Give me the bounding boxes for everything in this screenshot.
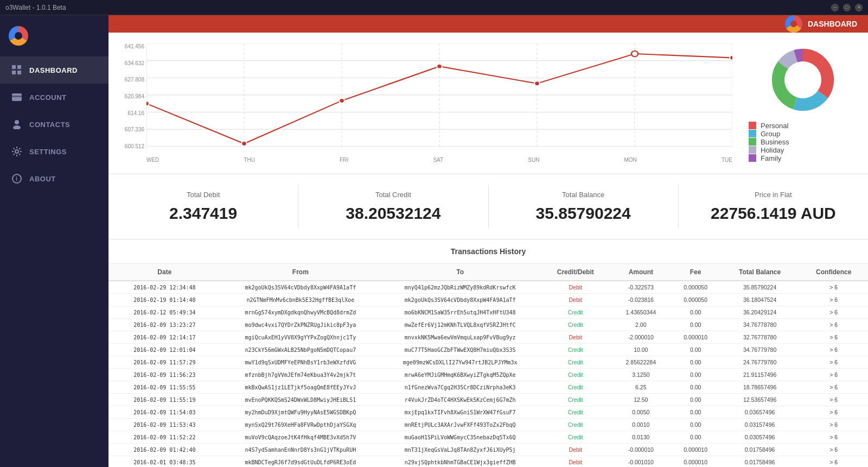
cell-amount: 0.0130 <box>611 431 671 444</box>
cell-from: mynSxQ29t769XeHFa8FVRwDpthDjaYSGXq <box>221 419 380 431</box>
top-logo-inner <box>790 21 797 27</box>
cell-to: mnREtjPULc3AXArJvwFXFf493ToZx2FbqQ <box>380 419 540 431</box>
cell-confidence: > 6 <box>799 431 868 444</box>
table-row[interactable]: 2016-02-09 11:53:43 mynSxQ29t769XeHFa8FV… <box>108 419 868 431</box>
svg-rect-0 <box>12 65 16 69</box>
legend-label-group: Group <box>761 130 780 138</box>
cell-to: mge09mzWCsDXLlI27Yw947rtJB2LPJYMm3x <box>380 356 540 369</box>
cell-type: Credit <box>540 369 611 381</box>
cell-fee: 0.00 <box>671 394 720 406</box>
cell-date: 2016-02-09 13:23:27 <box>108 319 221 331</box>
legend-label-business: Business <box>761 138 789 146</box>
cell-balance: 36.18047524 <box>720 294 800 306</box>
cell-confidence: > 6 <box>799 344 868 356</box>
cell-to: mxjEpq1kxTIFvh8XwGniS1WrXW47fGsuF7 <box>380 406 540 419</box>
top-bar-title: DASHBOARD <box>808 20 857 28</box>
cell-fee: 0.000010 <box>671 456 720 468</box>
table-row[interactable]: 2016-02-09 12:14:17 mgiQcuAxEH1yVV8X9gYY… <box>108 331 868 344</box>
cell-fee: 0.00 <box>671 406 720 419</box>
stat-label-debit: Total Debit <box>119 191 287 199</box>
cell-from: mkBxQwAS1jz1LETjkf5oagQmE8fEEyJYvJ <box>221 381 380 394</box>
table-row[interactable]: 2016-02-09 11:55:55 mkBxQwAS1jz1LETjkf5o… <box>108 381 868 394</box>
x-label-thu: THU <box>244 157 255 163</box>
chart-x-labels: WED THU FRI SAT SUN MON TUE <box>146 157 732 163</box>
cell-balance: 35.85790224 <box>720 281 800 294</box>
table-row[interactable]: 2016-02-01 03:48:35 mkBNDCTegRJ6f7d9sdGt… <box>108 456 868 468</box>
cell-balance: 0.01758496 <box>720 456 800 468</box>
col-from: From <box>221 264 380 281</box>
stat-label-credit: Total Credit <box>309 191 477 199</box>
sidebar-item-contacts[interactable]: CONTACTS <box>0 111 108 138</box>
sidebar-item-dashboard[interactable]: DASHBOARD <box>0 56 108 84</box>
cell-from: mk2goUkQs3SV64cVDbdy8XxpW4FA9A1aTf <box>221 281 380 294</box>
cell-type: Credit <box>540 394 611 406</box>
cell-amount: 0.0050 <box>611 406 671 419</box>
donut-chart <box>749 45 857 115</box>
cell-date: 2016-02-19 01:14:40 <box>108 294 221 306</box>
table-row[interactable]: 2016-02-09 11:57:29 mwY1d9qSxUDMFYeEPNhB… <box>108 356 868 369</box>
cell-balance: 34.76779780 <box>720 344 800 356</box>
table-row[interactable]: 2016-02-09 12:01:04 n23CkY56mGWxALB25NbP… <box>108 344 868 356</box>
cell-balance: 12.53657496 <box>720 394 800 406</box>
cell-from: mvEnoPQKKQSmS24DWxWLD8MwiyJHEiBL51 <box>221 394 380 406</box>
table-row[interactable]: 2016-02-09 11:52:22 muVoV9cQAqzoeJtK4fHk… <box>108 431 868 444</box>
cell-amount: 1.43650344 <box>611 306 671 319</box>
svg-point-31 <box>730 55 732 60</box>
cell-type: Credit <box>540 344 611 356</box>
table-row[interactable]: 2016-02-19 01:14:40 n2GTNmFMnMv6cbnBk5E3… <box>108 294 868 306</box>
minimize-button[interactable]: ─ <box>831 4 839 11</box>
table-row[interactable]: 2016-02-09 01:42:40 n4S7yd5amhanEnNnrD8Y… <box>108 444 868 456</box>
stat-value-fiat: 22756.1419 AUD <box>690 204 857 223</box>
cell-date: 2016-02-29 12:34:48 <box>108 281 221 294</box>
y-label-2: 634.632 <box>119 60 146 66</box>
svg-point-7 <box>13 125 21 129</box>
sidebar-item-account[interactable]: ACCOUNT <box>0 84 108 111</box>
table-row[interactable]: 2016-02-09 13:23:27 mo9dwc4vxi7QYDrZkPNZ… <box>108 319 868 331</box>
legend-color-group <box>749 130 756 137</box>
cell-balance: 0.03057496 <box>720 431 800 444</box>
cell-confidence: > 6 <box>799 444 868 456</box>
cell-to: n1fGnezWva7Cgq2H35Cr8DCziNrpha3eK3 <box>380 381 540 394</box>
cell-date: 2016-02-09 11:54:03 <box>108 406 221 419</box>
sidebar-item-dashboard-label: DASHBOARD <box>29 66 78 74</box>
cell-date: 2016-02-09 12:14:17 <box>108 331 221 344</box>
x-label-mon: MON <box>624 157 636 163</box>
table-row[interactable]: 2016-02-09 11:54:03 my2hmDuD9XjmtQWFu9Hy… <box>108 406 868 419</box>
cell-from: mkBNDCTegRJ6f7d9sdGtUuDLfdP6RE3oEd <box>221 456 380 468</box>
top-logo-icon <box>785 15 802 33</box>
legend-items: Personal Group Business Holiday <box>749 122 857 162</box>
cell-from: mfznbBjh7gVVmJEfm74eKbua3Y4v2mjk7t <box>221 369 380 381</box>
table-row[interactable]: 2016-02-12 05:49:34 mrnGg574xymDXgdkqnQh… <box>108 306 868 319</box>
svg-point-26 <box>241 141 247 146</box>
close-button[interactable]: ✕ <box>855 4 863 11</box>
col-type: Credit/Debit <box>540 264 611 281</box>
cell-fee: 0.00 <box>671 344 720 356</box>
header-row: Date From To Credit/Debit Amount Fee Tot… <box>108 264 868 281</box>
table-row[interactable]: 2016-02-09 11:56:23 mfznbBjh7gVVmJEfm74e… <box>108 369 868 381</box>
chart-legend-section: Personal Group Business Holiday <box>749 43 857 163</box>
stat-total-balance: Total Balance 35.85790224 <box>489 185 679 228</box>
card-icon <box>11 91 23 103</box>
sidebar-item-about[interactable]: i ABOUT <box>0 165 108 192</box>
cell-to: muC77T5HaoGCZbFTWwEXQ8H7miuQbx3S3S <box>380 344 540 356</box>
legend-item-group: Group <box>749 130 857 138</box>
main-content: DASHBOARD 641.456 634.632 627.808 620.98… <box>108 15 868 467</box>
table-row[interactable]: 2016-02-09 11:55:19 mvEnoPQKKQSmS24DWxWL… <box>108 394 868 406</box>
cell-date: 2016-02-09 11:55:55 <box>108 381 221 394</box>
svg-point-29 <box>534 81 540 86</box>
cell-fee: 0.000010 <box>671 444 720 456</box>
cell-to: mnvxkNK5Mwa6ewVmVmquLxap9FvVBug9yz <box>380 331 540 344</box>
x-label-sat: SAT <box>433 157 443 163</box>
svg-point-27 <box>339 98 344 103</box>
stat-value-debit: 2.347419 <box>119 204 287 223</box>
legend-item-family: Family <box>749 154 857 162</box>
sidebar-item-settings[interactable]: SETTINGS <box>0 138 108 165</box>
svg-point-30 <box>631 51 638 57</box>
cell-from: my2hmDuD9XjmtQWFu9HyyNAsE5WGSDBKpQ <box>221 406 380 419</box>
table-row[interactable]: 2016-02-29 12:34:48 mk2goUkQs3SV64cVDbdy… <box>108 281 868 294</box>
cell-balance: 18.78657496 <box>720 381 800 394</box>
cell-to: mnyQ41p62mzJQbRizWMZy89kdRdKrswfcK <box>380 281 540 294</box>
svg-point-25 <box>146 101 149 105</box>
cell-balance: 34.76778780 <box>720 319 800 331</box>
maximize-button[interactable]: □ <box>843 4 851 11</box>
